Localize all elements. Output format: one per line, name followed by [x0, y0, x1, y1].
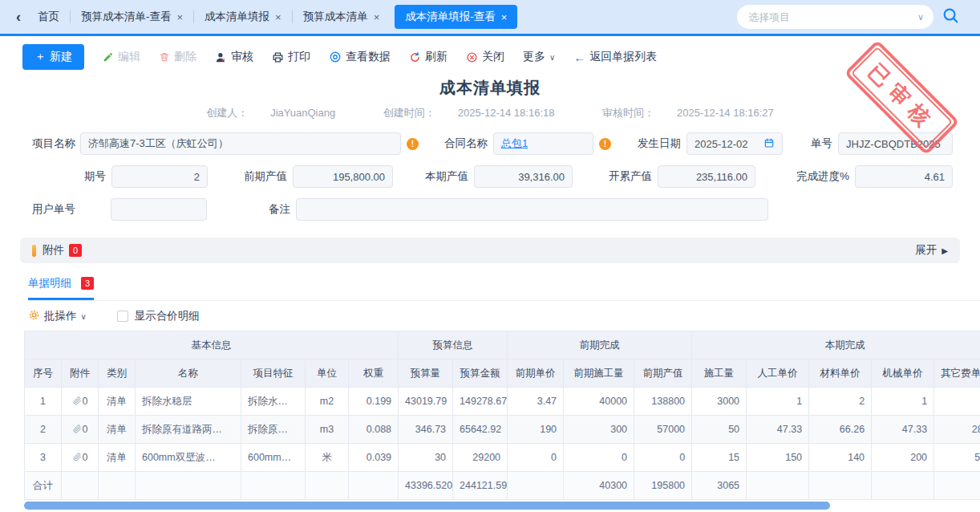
column-header[interactable]: 单位	[306, 360, 349, 388]
tab-budget-cost-list[interactable]: 预算成本清单×	[293, 0, 391, 34]
attachment-label: 附件	[43, 243, 64, 258]
table-cell: 138800	[634, 388, 692, 416]
contract-name-field[interactable]: 总包1	[493, 132, 593, 155]
column-header[interactable]: 预算金额	[453, 360, 508, 388]
table-cell: 1	[747, 388, 809, 416]
current-output-label: 本期产值	[425, 169, 468, 184]
table-cell: 57000	[634, 416, 692, 444]
project-name-field[interactable]	[80, 132, 401, 155]
table-cell: 2	[809, 388, 872, 416]
column-header[interactable]: 项目特征	[241, 360, 306, 388]
back-to-list-button[interactable]: ← 返回单据列表	[573, 50, 657, 64]
calendar-icon[interactable]	[763, 137, 775, 151]
user-doc-no-field[interactable]	[111, 198, 207, 221]
close-document-button[interactable]: 关闭	[466, 50, 504, 64]
tab-detail-lines[interactable]: 单据明细 3	[28, 276, 94, 300]
table-cell: 0	[62, 416, 99, 444]
refresh-button[interactable]: 刷新	[409, 50, 447, 64]
group-header: 基本信息	[25, 331, 399, 360]
column-header[interactable]: 类别	[99, 360, 136, 388]
column-header[interactable]: 权重	[349, 360, 399, 388]
table-cell: 清单	[99, 416, 136, 444]
tabs-scroll-left-icon[interactable]: ‹	[10, 9, 27, 26]
horizontal-scrollbar-thumb[interactable]	[24, 502, 830, 510]
view-data-button[interactable]: 查看数据	[329, 50, 391, 64]
show-price-detail-checkbox[interactable]	[117, 311, 128, 322]
table-row[interactable]: 10清单拆除水稳层拆除水…m20.19943019.79149278.673.4…	[25, 388, 980, 416]
close-icon[interactable]: ×	[501, 11, 508, 23]
table-cell: 0	[62, 388, 99, 416]
progress-field[interactable]: 4.61	[855, 165, 953, 188]
occur-date-input[interactable]	[695, 138, 763, 150]
table-cell: 40000	[564, 388, 634, 416]
table-cell: 65642.92	[453, 416, 508, 444]
table-cell: 28.4	[934, 416, 980, 444]
column-header[interactable]: 名称	[136, 360, 241, 388]
column-header[interactable]: 人工单价	[747, 360, 809, 388]
tab-budget-cost-list-view[interactable]: 预算成本清单-查看×	[71, 0, 193, 34]
period-no-field[interactable]: 2	[111, 165, 208, 188]
table-cell: 1	[25, 388, 62, 416]
close-icon[interactable]: ×	[374, 11, 380, 23]
tab-cost-list-fill[interactable]: 成本清单填报×	[194, 0, 292, 34]
project-select[interactable]: ∨	[737, 5, 933, 29]
user-doc-no-label: 用户单号	[32, 202, 75, 217]
column-header[interactable]: 机械单价	[872, 360, 934, 388]
remark-input[interactable]	[304, 204, 760, 216]
contract-link[interactable]: 总包1	[501, 136, 528, 151]
occur-date-field[interactable]	[686, 132, 783, 155]
table-row[interactable]: 20清单拆除原有道路两…拆除原…m30.088346.7365642.92190…	[25, 416, 980, 444]
table-cell: 43019.79	[399, 388, 453, 416]
expand-button[interactable]: 展开 ▶	[915, 243, 948, 258]
project-select-input[interactable]	[748, 11, 914, 23]
chevron-down-icon[interactable]: ∨	[917, 12, 924, 22]
batch-ops-button[interactable]: 批操作∨	[44, 309, 87, 323]
column-header[interactable]: 前期施工量	[564, 360, 634, 388]
accum-output-label: 开累产值	[609, 169, 652, 184]
column-header[interactable]: 前期产值	[634, 360, 692, 388]
chevron-down-icon: ∨	[549, 53, 555, 62]
show-price-detail-label: 显示合价明细	[135, 309, 200, 323]
column-header[interactable]: 预算量	[399, 360, 453, 388]
info-icon[interactable]: !	[407, 138, 419, 150]
table-cell: 拆除水…	[241, 388, 306, 416]
table-cell: 1	[934, 388, 980, 416]
project-name-input[interactable]	[88, 138, 393, 150]
column-header[interactable]: 其它费单价	[934, 360, 980, 388]
accum-output-field[interactable]: 235,116.00	[658, 165, 755, 188]
pencil-icon	[103, 51, 114, 63]
audit-button[interactable]: 审核	[215, 50, 253, 64]
delete-button[interactable]: 删除	[159, 50, 196, 64]
user-doc-no-input[interactable]	[119, 204, 199, 216]
current-output-field[interactable]: 39,316.00	[474, 165, 573, 188]
plus-icon: ＋	[34, 50, 46, 64]
close-icon[interactable]: ×	[275, 11, 281, 23]
new-button[interactable]: ＋新建	[22, 44, 84, 70]
column-header[interactable]: 材料单价	[809, 360, 872, 388]
column-header[interactable]: 前期单价	[508, 360, 564, 388]
table-cell: 清单	[99, 444, 136, 472]
column-header[interactable]: 附件	[62, 360, 99, 388]
progress-label: 完成进度%	[796, 169, 849, 184]
page-title: 成本清单填报	[0, 77, 980, 99]
more-button[interactable]: 更多∨	[523, 50, 555, 64]
info-icon[interactable]: !	[599, 138, 611, 150]
summary-cell	[241, 472, 306, 500]
prev-output-field[interactable]: 195,800.00	[293, 165, 393, 188]
edit-button[interactable]: 编辑	[103, 50, 140, 64]
print-button[interactable]: 打印	[272, 50, 310, 64]
column-header[interactable]: 序号	[25, 360, 62, 388]
column-header[interactable]: 施工量	[692, 360, 747, 388]
tab-cost-list-fill-view-active[interactable]: 成本清单填报-查看×	[395, 5, 517, 29]
close-circle-icon	[466, 51, 478, 63]
contract-name-label: 合同名称	[444, 136, 488, 151]
project-name-label: 项目名称	[32, 136, 75, 151]
tab-home[interactable]: 首页	[27, 0, 70, 34]
period-no-label: 期号	[84, 169, 106, 184]
close-icon[interactable]: ×	[177, 11, 184, 23]
search-icon[interactable]	[942, 6, 959, 27]
table-row[interactable]: 30清单600mm双壁波…600mm…米0.039302920000015150…	[25, 444, 980, 472]
horizontal-scrollbar-track[interactable]	[24, 501, 980, 510]
remark-field[interactable]	[296, 198, 768, 221]
doc-meta: 创建人：JiaYuanQiang 创建时间：2025-12-14 18:16:1…	[0, 106, 980, 120]
